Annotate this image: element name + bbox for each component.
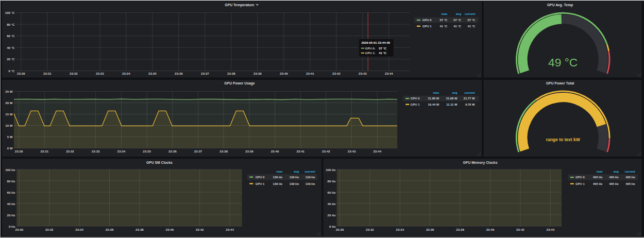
svg-text:GPU 0: GPU 0 [411,97,420,100]
svg-text:80 Hz: 80 Hz [7,179,15,183]
svg-text:60 °C: 60 °C [7,34,15,38]
svg-text:139 Hz: 139 Hz [290,176,299,179]
svg-text:GPU 1: GPU 1 [422,25,432,28]
svg-text:20 Hz: 20 Hz [7,213,15,217]
svg-text:405 Hz: 405 Hz [593,182,603,185]
svg-text:23:44: 23:44 [373,149,381,153]
svg-text:23:34: 23:34 [122,72,130,75]
svg-text:GPU 0: GPU 0 [575,176,585,179]
svg-text:23:44: 23:44 [226,228,234,231]
svg-text:23:38: 23:38 [227,72,235,75]
svg-text:80 Hz: 80 Hz [328,179,336,183]
svg-text:23:34: 23:34 [117,149,126,153]
svg-text:23:33: 23:33 [96,72,104,75]
svg-text:0 Hz: 0 Hz [329,225,336,228]
svg-text:20 °C: 20 °C [7,57,15,61]
svg-text:GPU Avg. Temp: GPU Avg. Temp [547,3,573,7]
svg-text:GPU 0: GPU 0 [256,176,265,179]
svg-text:23:32: 23:32 [45,228,54,231]
svg-text:23:43: 23:43 [348,149,356,153]
svg-text:23:40: 23:40 [271,149,279,153]
svg-text:57 °C: 57 °C [379,47,387,50]
svg-text:405 Hz: 405 Hz [625,182,635,185]
svg-text:current: current [464,91,474,94]
svg-text:23:41: 23:41 [306,72,314,75]
svg-text:405 Hz: 405 Hz [609,182,619,185]
svg-text:max: max [442,12,448,15]
svg-text:max: max [276,170,283,173]
svg-text:23:44: 23:44 [385,72,393,75]
svg-text:avg: avg [294,170,299,173]
svg-text:20 W: 20 W [5,101,12,105]
svg-text:23:31: 23:31 [40,149,48,153]
svg-text:0 °C: 0 °C [9,69,15,73]
svg-text:23:44: 23:44 [547,228,555,231]
svg-text:139 Hz: 139 Hz [273,182,283,185]
svg-text:23:41: 23:41 [296,149,304,153]
svg-text:21.68 W: 21.68 W [446,97,457,100]
svg-text:GPU SM Clocks: GPU SM Clocks [146,161,173,164]
svg-text:max: max [433,91,440,94]
svg-text:23:33: 23:33 [92,149,100,153]
svg-text:23:36: 23:36 [426,228,434,231]
svg-text:23:42: 23:42 [196,228,204,231]
svg-text:11.11 W: 11.11 W [446,103,457,106]
svg-text:23:30: 23:30 [15,228,24,231]
svg-text:57 °C: 57 °C [468,19,476,22]
svg-text:9.76 W: 9.76 W [465,103,475,106]
svg-text:23:38: 23:38 [219,149,228,153]
svg-text:current: current [304,170,315,173]
svg-text:80 °C: 80 °C [7,23,15,26]
svg-text:21.86 W: 21.86 W [428,97,439,100]
svg-text:GPU 0:: GPU 0: [365,47,376,50]
svg-text:current: current [625,170,635,173]
svg-text:GPU Memory Clocks: GPU Memory Clocks [463,161,498,165]
svg-text:57 °C: 57 °C [439,19,448,22]
svg-text:23:38: 23:38 [135,228,144,231]
svg-text:41 °C: 41 °C [379,52,387,55]
svg-text:23:40: 23:40 [486,228,495,231]
svg-text:23:36: 23:36 [168,149,177,153]
svg-text:GPU Power Total: GPU Power Total [546,81,574,85]
svg-text:23:35: 23:35 [143,149,151,153]
svg-text:0 Hz: 0 Hz [9,225,15,228]
svg-text:current: current [465,12,475,15]
svg-text:23:36: 23:36 [175,72,183,75]
svg-text:10 W: 10 W [5,124,12,127]
svg-text:23:30: 23:30 [17,72,25,75]
svg-text:avg: avg [456,12,462,15]
svg-text:5 W: 5 W [7,135,13,139]
svg-text:139 Hz: 139 Hz [290,182,299,185]
svg-text:405 Hz: 405 Hz [625,176,635,179]
svg-text:avg: avg [614,170,619,173]
svg-text:23:40: 23:40 [166,228,174,231]
svg-text:405 Hz: 405 Hz [609,176,619,179]
svg-text:40 Hz: 40 Hz [7,202,15,206]
svg-text:139 Hz: 139 Hz [306,182,315,185]
svg-text:100 °C: 100 °C [5,11,15,14]
svg-text:23:42: 23:42 [332,72,341,75]
svg-text:405 Hz: 405 Hz [593,176,603,179]
svg-text:23:42: 23:42 [322,149,330,153]
svg-text:0 W: 0 W [7,146,13,150]
svg-text:23:36: 23:36 [106,228,114,231]
svg-text:max: max [597,170,603,173]
svg-text:139 Hz: 139 Hz [273,176,283,179]
svg-text:15 W: 15 W [5,112,12,116]
svg-text:23:32: 23:32 [366,228,374,231]
svg-text:60 Hz: 60 Hz [328,191,336,194]
svg-text:23:30: 23:30 [15,149,23,153]
svg-text:21.77 W: 21.77 W [464,97,475,100]
svg-text:23:31: 23:31 [43,72,52,75]
svg-text:23:42: 23:42 [516,228,524,231]
svg-text:2020-05-01 23:44:48: 2020-05-01 23:44:48 [361,41,390,44]
svg-text:23:38: 23:38 [456,228,464,231]
svg-text:60 Hz: 60 Hz [7,191,15,194]
svg-text:23:43: 23:43 [359,72,367,75]
svg-text:100 Hz: 100 Hz [5,168,15,172]
svg-text:23:40: 23:40 [280,72,288,75]
svg-text:57 °C: 57 °C [453,19,462,22]
svg-text:23:37: 23:37 [194,149,202,153]
svg-text:GPU Power Usage: GPU Power Usage [224,81,255,86]
svg-text:49 °C: 49 °C [548,56,578,69]
